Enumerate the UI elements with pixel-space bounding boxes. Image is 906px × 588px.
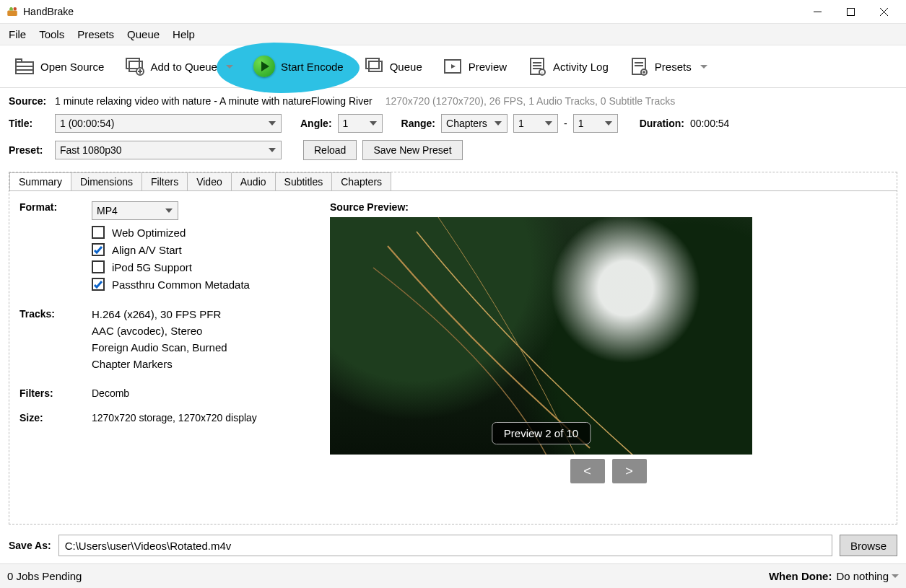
chevron-down-icon[interactable] — [892, 574, 899, 578]
svg-point-1 — [14, 7, 17, 11]
preset-select[interactable]: Fast 1080p30 — [55, 141, 282, 159]
passthru-checkbox[interactable]: Passthru Common Metadata — [92, 278, 250, 291]
preview-prev-button[interactable]: < — [570, 459, 605, 483]
range-to-select[interactable]: 1 — [573, 114, 618, 133]
duration-value: 00:00:54 — [690, 118, 730, 129]
presets-icon — [629, 56, 649, 76]
preview-icon — [443, 56, 463, 76]
tab-summary[interactable]: Summary — [9, 172, 71, 190]
angle-label: Angle: — [300, 118, 332, 129]
presets-button[interactable]: Presets — [619, 53, 718, 79]
svg-marker-18 — [451, 64, 456, 69]
save-new-preset-button[interactable]: Save New Preset — [362, 140, 462, 160]
chevron-down-icon[interactable] — [226, 65, 233, 69]
when-done-value[interactable]: Do nothing — [836, 570, 889, 582]
tab-audio[interactable]: Audio — [231, 172, 276, 190]
window-minimize-button[interactable] — [801, 0, 834, 23]
save-as-label: Save As: — [9, 540, 51, 551]
source-meta: 1270x720 (1270x720), 26 FPS, 1 Audio Tra… — [386, 95, 676, 107]
svg-rect-3 — [847, 8, 854, 15]
preview-button[interactable]: Preview — [432, 53, 517, 79]
tab-chapters[interactable]: Chapters — [331, 172, 391, 190]
window-title: HandBrake — [23, 6, 74, 17]
preview-counter: Preview 2 of 10 — [492, 422, 591, 444]
title-select[interactable]: 1 (00:00:54) — [55, 114, 282, 133]
range-type-select[interactable]: Chapters — [441, 114, 508, 133]
angle-select[interactable]: 1 — [338, 114, 383, 133]
menu-queue[interactable]: Queue — [127, 28, 160, 40]
svg-text:i: i — [541, 71, 542, 75]
range-label: Range: — [401, 118, 435, 129]
start-encode-button[interactable]: Start Encode — [243, 53, 354, 80]
tab-dimensions[interactable]: Dimensions — [71, 172, 142, 190]
preset-label: Preset: — [9, 144, 49, 156]
align-av-checkbox[interactable]: Align A/V Start — [92, 243, 250, 256]
source-preview-label: Source Preview: — [330, 201, 887, 213]
svg-rect-6 — [16, 62, 33, 74]
queue-label: Queue — [390, 61, 422, 73]
open-source-button[interactable]: Open Source — [4, 53, 114, 79]
play-icon — [253, 56, 275, 77]
svg-rect-10 — [126, 58, 139, 69]
window-maximize-button[interactable] — [834, 0, 867, 23]
tab-filters[interactable]: Filters — [141, 172, 188, 190]
menu-file[interactable]: File — [9, 28, 26, 40]
track-1: AAC (avcodec), Stereo — [92, 325, 227, 337]
preview-label: Preview — [469, 61, 507, 73]
source-preview: Preview 2 of 10 — [330, 217, 752, 455]
reload-button[interactable]: Reload — [303, 140, 357, 160]
open-source-label: Open Source — [40, 61, 104, 73]
app-icon — [6, 5, 19, 18]
range-from-select[interactable]: 1 — [513, 114, 558, 133]
menu-presets[interactable]: Presets — [77, 28, 114, 40]
filters-label: Filters: — [19, 387, 92, 399]
activity-log-label: Activity Log — [553, 61, 609, 73]
preview-next-button[interactable]: > — [612, 459, 647, 483]
menu-tools[interactable]: Tools — [39, 28, 64, 40]
save-as-input[interactable] — [58, 535, 832, 556]
window-close-button[interactable] — [867, 0, 900, 23]
size-label: Size: — [19, 412, 92, 424]
format-label: Format: — [19, 201, 92, 295]
save-as-row: Save As: Browse — [0, 527, 906, 563]
track-3: Chapter Markers — [92, 358, 227, 370]
ipod-checkbox[interactable]: iPod 5G Support — [92, 260, 250, 273]
add-to-queue-label: Add to Queue — [150, 61, 217, 73]
svg-rect-15 — [366, 58, 379, 69]
format-select[interactable]: MP4 — [92, 201, 178, 220]
menubar: File Tools Presets Queue Help — [0, 23, 906, 45]
svg-rect-7 — [16, 59, 22, 62]
source-title: 1 minute relaxing video with nature - A … — [55, 95, 373, 107]
tab-subtitles[interactable]: Subtitles — [275, 172, 333, 190]
track-0: H.264 (x264), 30 FPS PFR — [92, 308, 227, 320]
jobs-pending: 0 Jobs Pending — [7, 570, 82, 582]
size-value: 1270x720 storage, 1270x720 display — [92, 412, 257, 424]
start-encode-label: Start Encode — [281, 61, 344, 73]
add-to-queue-button[interactable]: Add to Queue — [114, 53, 243, 79]
when-done-label: When Done: — [769, 570, 832, 582]
queue-button[interactable]: Queue — [354, 53, 432, 79]
web-optimized-checkbox[interactable]: Web Optimized — [92, 226, 250, 239]
tab-video[interactable]: Video — [187, 172, 232, 190]
browse-button[interactable]: Browse — [840, 535, 897, 556]
toolbar: Open Source Add to Queue Start Encode Qu… — [0, 45, 906, 88]
titlebar: HandBrake — [0, 0, 906, 23]
duration-label: Duration: — [640, 118, 684, 129]
activity-log-button[interactable]: i Activity Log — [517, 53, 619, 79]
source-label: Source: — [9, 95, 49, 107]
add-to-queue-icon — [124, 56, 144, 76]
statusbar: 0 Jobs Pending When Done: Do nothing — [0, 563, 906, 588]
open-source-icon — [14, 56, 35, 76]
activity-log-icon: i — [527, 56, 547, 76]
filters-value: Decomb — [92, 387, 129, 399]
queue-icon — [364, 56, 384, 76]
tracks-label: Tracks: — [19, 308, 92, 374]
chevron-down-icon[interactable] — [700, 65, 707, 69]
menu-help[interactable]: Help — [173, 28, 195, 40]
range-dash: - — [564, 118, 567, 129]
track-2: Foreign Audio Scan, Burned — [92, 341, 227, 354]
title-label: Title: — [9, 118, 49, 129]
main-content: Source: 1 minute relaxing video with nat… — [0, 88, 906, 527]
svg-rect-16 — [369, 61, 382, 71]
presets-label: Presets — [655, 61, 692, 73]
